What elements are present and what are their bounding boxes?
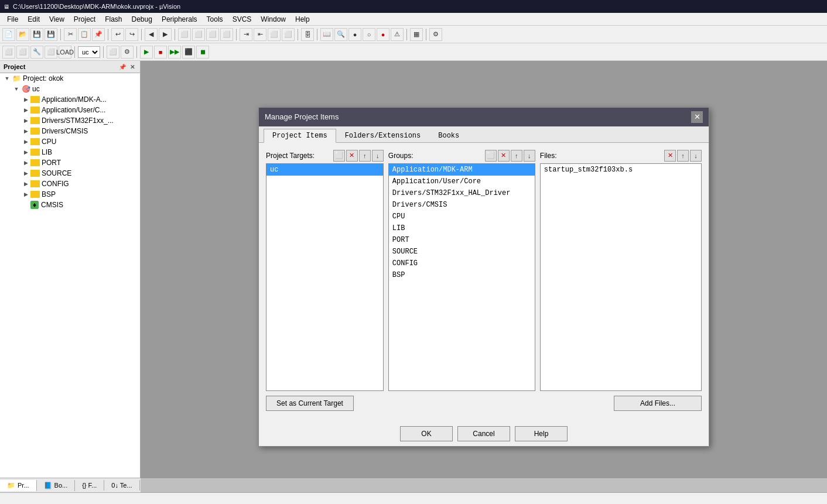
group-item-drivers-stm[interactable]: Drivers/STM32F1xx_HAL_Driver	[389, 187, 535, 199]
groups-delete-btn[interactable]: ✕	[498, 150, 510, 162]
menu-help[interactable]: Help	[291, 14, 315, 25]
tb2-load[interactable]: LOAD	[59, 46, 71, 59]
tb-b4[interactable]: ⬜	[220, 28, 233, 41]
project-targets-list[interactable]: uc	[266, 163, 384, 391]
group-item-port[interactable]: PORT	[389, 234, 535, 246]
files-up-btn[interactable]: ↑	[677, 150, 689, 162]
tb-save[interactable]: 💾	[30, 28, 43, 41]
tree-cmsis[interactable]: ♦ CMSIS	[0, 200, 140, 210]
files-down-btn[interactable]: ↓	[690, 150, 702, 162]
tab-books[interactable]: Books	[429, 129, 468, 142]
bottom-tab-books[interactable]: 📘 Bo...	[37, 480, 76, 491]
set-target-button[interactable]: Set as Current Target	[266, 396, 354, 411]
tb-search[interactable]: 🔍	[334, 28, 347, 41]
targets-down-btn[interactable]: ↓	[372, 150, 384, 162]
tb-copy[interactable]: 📋	[78, 28, 91, 41]
tree-config[interactable]: ▶ CONFIG	[0, 179, 140, 189]
tb-circ[interactable]: ○	[363, 28, 375, 41]
tree-port[interactable]: ▶ PORT	[0, 157, 140, 168]
tb-indent[interactable]: ⇥	[240, 28, 252, 41]
menu-project[interactable]: Project	[69, 14, 100, 25]
tb-outdent[interactable]: ⇤	[254, 28, 266, 41]
tb-redo[interactable]: ↪	[125, 28, 138, 41]
help-button[interactable]: Help	[515, 426, 568, 441]
tb-b2[interactable]: ⬜	[192, 28, 205, 41]
dialog-close-button[interactable]: ✕	[691, 111, 703, 123]
cancel-button[interactable]: Cancel	[457, 426, 510, 441]
ok-button[interactable]: OK	[400, 426, 453, 441]
group-item-bsp[interactable]: BSP	[389, 269, 535, 281]
tb2-b9[interactable]: ◼	[196, 46, 209, 59]
tb-undo[interactable]: ↩	[111, 28, 124, 41]
file-item-startup[interactable]: startup_stm32f103xb.s	[541, 164, 701, 176]
sidebar-pin-icon[interactable]: 📌	[118, 63, 127, 71]
tree-app-mdk[interactable]: ▶ Application/MDK-A...	[0, 94, 140, 105]
tb-nav-back[interactable]: ◀	[145, 28, 158, 41]
group-item-lib[interactable]: LIB	[389, 222, 535, 234]
tb2-b8[interactable]: ⬛	[182, 46, 195, 59]
menu-peripherals[interactable]: Peripherals	[157, 14, 202, 25]
menu-flash[interactable]: Flash	[100, 14, 127, 25]
tb-dot[interactable]: ●	[348, 28, 361, 41]
tree-drivers-cmsis[interactable]: ▶ Drivers/CMSIS	[0, 126, 140, 136]
menu-debug[interactable]: Debug	[127, 14, 157, 25]
tb-red[interactable]: ●	[377, 28, 389, 41]
files-delete-btn[interactable]: ✕	[664, 150, 676, 162]
tb2-b1[interactable]: ⬜	[2, 46, 15, 59]
tb2-b7[interactable]: ▶▶	[168, 46, 181, 59]
group-item-cpu[interactable]: CPU	[389, 211, 535, 222]
targets-delete-btn[interactable]: ✕	[346, 150, 358, 162]
menu-window[interactable]: Window	[256, 14, 291, 25]
tb2-b4[interactable]: ⬜	[45, 46, 57, 59]
tb2-b5[interactable]: ⬜	[107, 46, 119, 59]
targets-new-btn[interactable]: ⬜	[333, 150, 345, 162]
tb-open[interactable]: 📂	[16, 28, 29, 41]
tb-b3[interactable]: ⬜	[206, 28, 219, 41]
tb2-stop[interactable]: ■	[154, 46, 167, 59]
tree-app-user[interactable]: ▶ Application/User/C...	[0, 105, 140, 115]
tb-cut[interactable]: ✂	[64, 28, 77, 41]
bottom-tab-templates[interactable]: 0↓ Te...	[104, 480, 139, 491]
menu-tools[interactable]: Tools	[202, 14, 228, 25]
tb-saveall[interactable]: 💾	[45, 28, 57, 41]
menu-file[interactable]: File	[2, 14, 23, 25]
tb2-b6[interactable]: ⚙	[121, 46, 134, 59]
targets-up-btn[interactable]: ↑	[359, 150, 371, 162]
tree-bsp[interactable]: ▶ BSP	[0, 189, 140, 200]
tb-book[interactable]: 📖	[320, 28, 333, 41]
tb-new[interactable]: 📄	[2, 28, 15, 41]
tb-settings[interactable]: ⚙	[429, 28, 442, 41]
add-files-button[interactable]: Add Files...	[614, 396, 702, 411]
tree-uc[interactable]: ▼ 🎯 uc	[0, 84, 140, 94]
tab-folders-extensions[interactable]: Folders/Extensions	[336, 129, 430, 142]
group-item-app-user[interactable]: Application/User/Core	[389, 176, 535, 187]
tb-code1[interactable]: ⬜	[268, 28, 281, 41]
tb-db[interactable]: 🗄	[301, 28, 314, 41]
group-item-source[interactable]: SOURCE	[389, 246, 535, 258]
tb2-b3[interactable]: 🔧	[30, 46, 43, 59]
tb-warn[interactable]: ⚠	[391, 28, 404, 41]
tree-drivers-stm[interactable]: ▶ Drivers/STM32F1xx_...	[0, 115, 140, 126]
group-item-drivers-cmsis[interactable]: Drivers/CMSIS	[389, 199, 535, 211]
tb-grid[interactable]: ▦	[410, 28, 423, 41]
tb2-b2[interactable]: ⬜	[16, 46, 29, 59]
group-item-config[interactable]: CONFIG	[389, 258, 535, 269]
groups-list[interactable]: Application/MDK-ARM Application/User/Cor…	[388, 163, 535, 391]
tree-cpu[interactable]: ▶ CPU	[0, 136, 140, 147]
groups-new-btn[interactable]: ⬜	[485, 150, 497, 162]
files-list[interactable]: startup_stm32f103xb.s	[540, 163, 702, 391]
groups-up-btn[interactable]: ↑	[511, 150, 522, 162]
menu-svcs[interactable]: SVCS	[228, 14, 257, 25]
group-item-app-mdk[interactable]: Application/MDK-ARM	[389, 164, 535, 176]
tb-b1[interactable]: ⬜	[178, 28, 191, 41]
tb-paste[interactable]: 📌	[92, 28, 105, 41]
bottom-tab-functions[interactable]: {} F...	[75, 480, 104, 491]
bottom-tab-project[interactable]: 📁 Pr...	[0, 480, 37, 491]
target-select[interactable]: uc	[78, 46, 100, 58]
tab-project-items[interactable]: Project Items	[264, 129, 336, 143]
menu-edit[interactable]: Edit	[23, 14, 45, 25]
tree-source[interactable]: ▶ SOURCE	[0, 168, 140, 179]
tb2-run[interactable]: ▶	[140, 46, 153, 59]
tb-code2[interactable]: ⬜	[282, 28, 295, 41]
tree-project[interactable]: ▼ 📁 Project: okok	[0, 73, 140, 84]
